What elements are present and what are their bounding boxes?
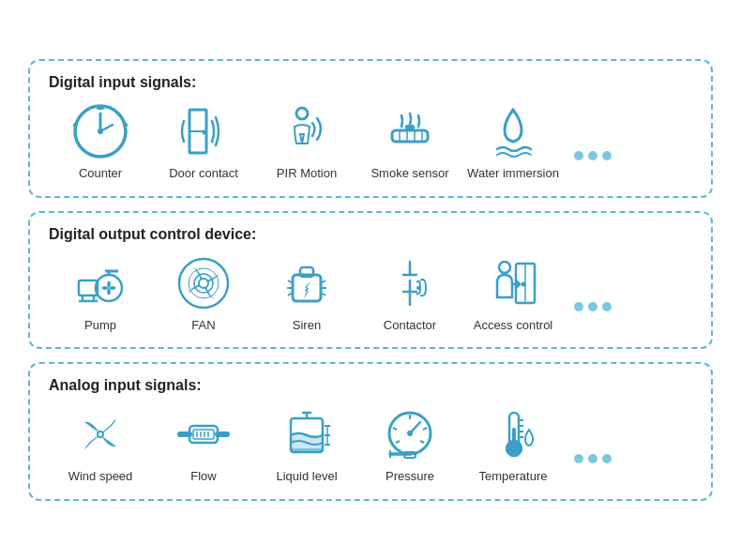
svg-rect-6 [123,123,128,127]
svg-point-43 [499,262,510,273]
pir-item: PIR Motion [255,102,358,181]
temperature-item: Temperature [461,405,565,484]
water-item: Water immersion [461,102,565,181]
counter-item: Counter [49,102,152,181]
access-label: Access control [474,318,553,333]
svg-point-48 [98,432,102,436]
access-item: Access control [461,254,565,333]
pir-label: PIR Motion [277,166,337,181]
svg-point-10 [296,108,308,119]
svg-line-3 [100,125,113,131]
digital-output-icons-row: Pump FAN [49,254,692,333]
fan-item: FAN [152,254,255,333]
water-label: Water immersion [467,166,559,181]
digital-input-section: Digital input signals: Counter [28,59,713,198]
analog-input-title: Analog input signals: [49,377,692,394]
flow-label: Flow [190,469,216,484]
smoke-item: Smoke sensor [358,102,461,181]
counter-label: Counter [79,166,122,181]
svg-point-42 [416,286,420,290]
digital-input-title: Digital input signals: [49,74,692,91]
contactor-item: Contactor [358,254,461,333]
svg-point-81 [507,441,522,456]
svg-rect-5 [73,123,78,127]
wind-label: Wind speed [68,469,133,484]
siren-item: Siren [255,254,358,333]
liquid-label: Liquid level [276,469,337,484]
smoke-label: Smoke sensor [370,166,448,181]
svg-rect-61 [291,448,323,452]
liquid-item: Liquid level [255,405,358,484]
pump-label: Pump [84,318,116,333]
digital-output-title: Digital output control device: [49,226,692,243]
pressure-label: Pressure [386,469,434,484]
temperature-label: Temperature [479,469,548,484]
svg-line-72 [396,441,400,443]
flow-item: Flow [152,405,255,484]
svg-line-70 [423,428,427,430]
wind-item: Wind speed [49,405,152,484]
svg-point-75 [407,431,413,436]
pump-item: Pump [49,254,152,333]
digital-output-more [574,302,612,311]
svg-rect-4 [97,106,104,110]
analog-input-more [574,454,612,463]
svg-line-71 [393,428,397,430]
door-item: Door contact [152,102,255,181]
svg-point-9 [203,130,207,135]
analog-input-icons-row: Wind speed Flow [49,405,692,484]
digital-input-more [574,151,612,160]
svg-point-26 [199,279,208,288]
svg-line-73 [420,441,424,443]
contactor-label: Contactor [384,318,436,333]
svg-rect-16 [405,125,415,130]
siren-label: Siren [293,318,321,333]
analog-input-section: Analog input signals: Wind speed [28,362,713,501]
pressure-item: Pressure [358,405,461,484]
fan-label: FAN [191,318,215,333]
digital-input-icons-row: Counter Door contact [49,102,692,181]
svg-point-46 [522,281,526,286]
digital-output-section: Digital output control device: [28,211,713,350]
door-label: Door contact [169,166,238,181]
